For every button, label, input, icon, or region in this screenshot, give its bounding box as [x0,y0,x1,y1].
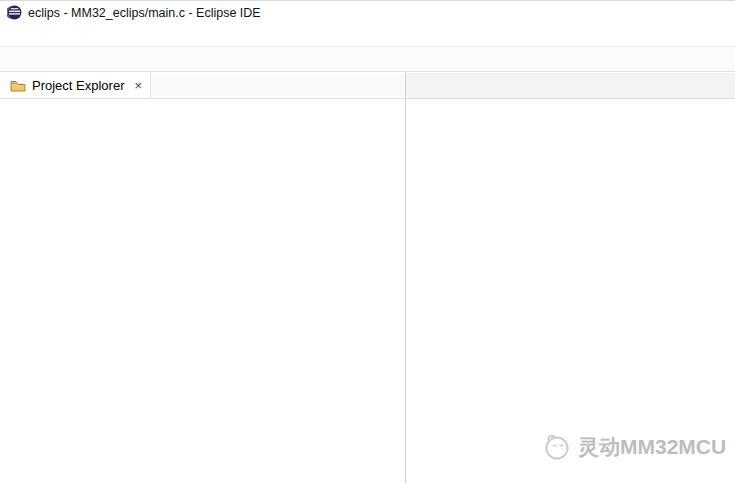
eclipse-window: eclips - MM32_eclips/main.c - Eclipse ID… [0,0,735,483]
main-split: Project Explorer × [0,73,735,483]
menu-bar [0,24,735,46]
code-area[interactable] [406,101,735,483]
main-toolbar [0,46,735,72]
editor-panel [406,73,735,483]
project-explorer-panel: Project Explorer × [0,73,406,483]
eclipse-logo-icon [7,5,22,20]
editor-tabbar [406,73,735,99]
title-bar: eclips - MM32_eclips/main.c - Eclipse ID… [0,1,735,24]
project-tree [0,99,405,483]
window-title: eclips - MM32_eclips/main.c - Eclipse ID… [28,6,261,20]
project-explorer-icon [9,78,26,94]
close-icon[interactable]: × [134,78,142,93]
explorer-header: Project Explorer × [0,73,405,99]
explorer-tab-label: Project Explorer [32,78,124,93]
tab-project-explorer[interactable]: Project Explorer × [0,73,151,98]
